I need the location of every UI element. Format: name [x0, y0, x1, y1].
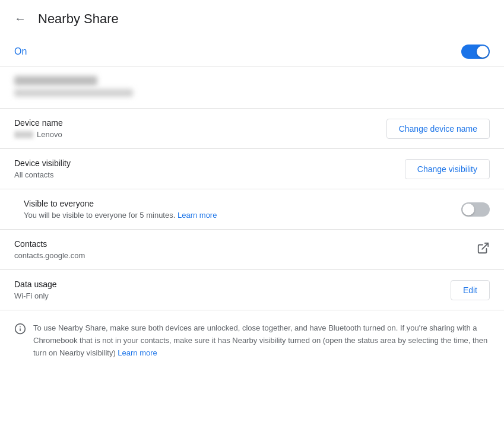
data-usage-title: Data usage: [14, 280, 451, 289]
contacts-url: contacts.google.com: [14, 251, 85, 260]
device-name-text: Lenovo: [37, 130, 62, 139]
visible-to-everyone-section: Visible to everyone You will be visible …: [0, 189, 504, 230]
visible-to-everyone-title: Visible to everyone: [24, 199, 461, 208]
device-name-blurred: [14, 131, 33, 138]
info-note: To use Nearby Share, make sure both devi…: [0, 310, 504, 371]
header: ← Nearby Share: [0, 0, 504, 37]
account-name-blurred: [14, 76, 97, 85]
info-icon: [14, 323, 26, 338]
edit-data-usage-button[interactable]: Edit: [451, 280, 490, 300]
page-title: Nearby Share: [38, 11, 119, 27]
data-usage-value: Wi-Fi only: [14, 291, 451, 300]
contacts-info: Contacts contacts.google.com: [14, 239, 477, 260]
visible-to-everyone-toggle[interactable]: [461, 202, 490, 217]
info-note-learn-more[interactable]: Learn more: [118, 348, 157, 357]
contacts-value: contacts.google.com: [14, 251, 477, 260]
device-name-info: Device name Lenovo: [14, 118, 386, 139]
contacts-section: Contacts contacts.google.com: [0, 230, 504, 270]
visible-to-everyone-info: Visible to everyone You will be visible …: [24, 199, 461, 220]
on-label: On: [14, 46, 27, 57]
svg-line-0: [482, 243, 488, 249]
toggle-track: [461, 45, 490, 59]
external-link-icon[interactable]: [477, 242, 490, 258]
device-visibility-value: All contacts: [14, 170, 405, 179]
contacts-title: Contacts: [14, 239, 477, 249]
visible-to-everyone-track: [461, 202, 490, 217]
device-name-title: Device name: [14, 118, 386, 128]
info-note-content: To use Nearby Share, make sure both devi…: [33, 323, 487, 357]
device-visibility-section: Device visibility All contacts Change vi…: [0, 149, 504, 189]
visible-to-everyone-thumb: [462, 204, 474, 215]
change-visibility-button[interactable]: Change visibility: [405, 159, 490, 179]
nearby-share-toggle[interactable]: [461, 45, 490, 59]
data-usage-text: Wi-Fi only: [14, 291, 49, 300]
toggle-thumb: [477, 46, 489, 58]
device-name-value: Lenovo: [14, 130, 386, 139]
device-name-section: Device name Lenovo Change device name: [0, 109, 504, 149]
visible-to-everyone-desc-text: You will be visible to everyone for 5 mi…: [24, 211, 175, 220]
back-button[interactable]: ←: [12, 9, 28, 28]
device-visibility-text: All contacts: [14, 170, 53, 179]
change-device-name-button[interactable]: Change device name: [386, 119, 490, 139]
on-toggle-section: On: [0, 37, 504, 66]
visible-to-everyone-desc: You will be visible to everyone for 5 mi…: [24, 211, 461, 220]
device-visibility-title: Device visibility: [14, 158, 405, 168]
visible-to-everyone-learn-more[interactable]: Learn more: [177, 211, 217, 220]
info-note-text: To use Nearby Share, make sure both devi…: [33, 322, 490, 359]
device-visibility-info: Device visibility All contacts: [14, 158, 405, 179]
data-usage-section: Data usage Wi-Fi only Edit: [0, 270, 504, 310]
data-usage-info: Data usage Wi-Fi only: [14, 280, 451, 300]
account-section: [0, 66, 504, 109]
account-email-blurred: [14, 89, 133, 97]
